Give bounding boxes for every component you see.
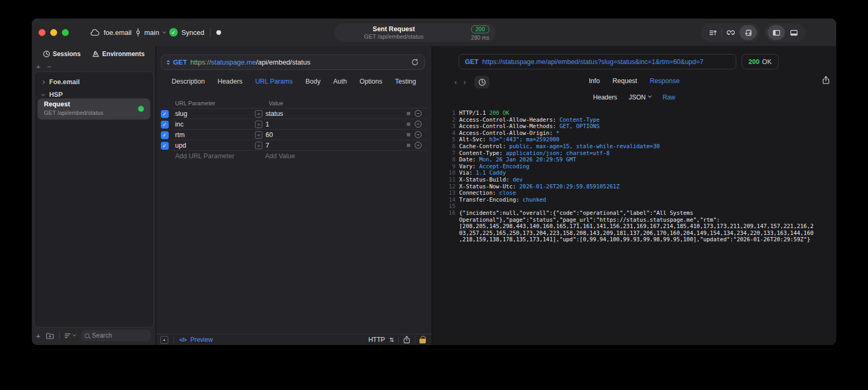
add-value-placeholder[interactable]: Add Value [265, 152, 295, 160]
tab-headers[interactable]: Headers [217, 78, 242, 85]
subtab-json[interactable]: JSON [629, 94, 651, 101]
param-menu-icon[interactable]: ≡ [406, 122, 410, 127]
collapse-panel-button[interactable]: ▲ [160, 336, 168, 344]
tab-body[interactable]: Body [305, 78, 321, 85]
protocol-selector[interactable]: HTTP [368, 336, 385, 343]
param-checkbox[interactable]: ✓ [161, 131, 169, 139]
line-number: 1 [432, 110, 459, 116]
tab-info[interactable]: Info [589, 77, 600, 85]
response-line: 2Access-Control-Allow-Headers:Content-Ty… [432, 116, 836, 123]
tab-url-params[interactable]: URL Params [255, 78, 293, 85]
search-input[interactable] [92, 332, 147, 339]
param-menu-icon[interactable]: ≡ [406, 132, 410, 138]
sessions-panel: Foe.email HSP Request GET /api/embed/sta… [34, 71, 154, 328]
project-name[interactable]: foe.email [104, 29, 132, 37]
response-url-text: https://statuspage.me/api/embed/status?s… [482, 58, 703, 66]
preview-button[interactable]: </> Preview [179, 336, 213, 343]
tab-environments[interactable]: Environments [92, 50, 144, 58]
chevron-right-icon[interactable] [41, 80, 45, 84]
branch-name[interactable]: main [144, 29, 159, 37]
toggle-sidebar-button[interactable] [768, 25, 785, 40]
tab-request[interactable]: Request [613, 77, 637, 85]
request-list-item[interactable]: Request GET /api/embed/status [38, 98, 150, 120]
param-checkbox[interactable]: ✓ [161, 142, 169, 150]
param-checkbox[interactable]: ✓ [161, 110, 169, 118]
unsaved-indicator-dot [216, 30, 221, 35]
tree-item-foe-email[interactable]: Foe.email [42, 78, 80, 86]
toggle-bottom-panel-button[interactable] [785, 25, 802, 40]
sidebar-search[interactable] [80, 330, 151, 341]
request-url[interactable]: https://statuspage.me/api/embed/status [190, 58, 310, 66]
response-json-body: {"incidents":null,"overall":{"code":"ope… [459, 210, 815, 243]
close-window-button[interactable] [39, 29, 45, 36]
response-panel: GET https://statuspage.me/api/embed/stat… [432, 46, 836, 345]
sort-options-button[interactable] [65, 332, 76, 339]
tab-testing[interactable]: Testing [395, 78, 416, 85]
tab-description[interactable]: Description [172, 78, 205, 85]
param-menu-icon[interactable]: ≡ [406, 111, 410, 116]
param-row: ✓ slug = status ≡ [157, 108, 431, 119]
param-name[interactable]: inc [175, 121, 255, 128]
param-row: ✓ upd = 7 ≡ [157, 140, 431, 151]
param-value[interactable]: 7 [266, 142, 269, 149]
tree-item-hsp[interactable]: HSP [42, 91, 63, 98]
remove-param-icon[interactable] [415, 110, 422, 117]
response-status-badge: 200 OK [742, 54, 779, 69]
raw-response-view[interactable]: 1HTTP/1.1200 OK 2Access-Control-Allow-He… [432, 110, 836, 243]
method-sort-icon[interactable] [167, 60, 170, 65]
share-icon[interactable] [403, 335, 410, 344]
param-value[interactable]: status [266, 110, 283, 117]
status-code-badge: 200 [471, 25, 489, 33]
new-folder-icon[interactable] [45, 332, 54, 340]
send-receive-button[interactable] [739, 25, 757, 40]
response-request-url[interactable]: GET https://statuspage.me/api/embed/stat… [459, 54, 736, 69]
param-name[interactable]: rtm [175, 131, 255, 139]
tab-options[interactable]: Options [360, 78, 382, 85]
param-name[interactable]: slug [175, 110, 255, 117]
cloud-icon [90, 29, 100, 37]
tab-sessions[interactable]: Sessions [43, 50, 81, 58]
subtab-headers[interactable]: Headers [593, 94, 617, 101]
import-export-button[interactable] [704, 25, 721, 40]
param-checkbox[interactable]: ✓ [161, 121, 169, 129]
sent-request-title: Sent Request [373, 25, 415, 33]
request-url-bar[interactable]: GET https://statuspage.me/api/embed/stat… [161, 55, 425, 70]
branch-chevron-down-icon[interactable] [162, 30, 166, 33]
remove-param-icon[interactable] [415, 121, 422, 128]
new-request-button[interactable]: + [36, 331, 41, 340]
subtab-raw[interactable]: Raw [663, 94, 675, 101]
request-status-pill[interactable]: Sent Request GET /api/embed/status 200 2… [334, 23, 496, 42]
export-response-icon[interactable] [822, 76, 830, 85]
add-session-button[interactable]: + [36, 62, 41, 71]
request-method[interactable]: GET [173, 58, 187, 66]
response-line: 15 [432, 203, 836, 210]
param-value[interactable]: 1 [266, 121, 269, 128]
remove-session-button[interactable]: − [47, 62, 52, 71]
equals-icon: = [255, 131, 262, 139]
lock-icon[interactable] [419, 339, 426, 343]
chevron-down-icon[interactable] [41, 92, 45, 96]
response-line: 9Vary:Accept-Encoding [432, 163, 836, 170]
zoom-window-button[interactable] [62, 29, 69, 36]
remove-param-icon[interactable] [415, 131, 422, 138]
url-params-table: URL Parameter Value ✓ slug = status ≡ ✓ … [157, 98, 431, 161]
request-duration: 280 ms [471, 34, 489, 41]
param-value[interactable]: 60 [266, 131, 273, 139]
minimize-window-button[interactable] [50, 29, 57, 36]
remove-param-icon[interactable] [415, 142, 422, 149]
param-name[interactable]: upd [175, 142, 255, 149]
tab-auth[interactable]: Auth [333, 78, 347, 85]
line-number: 11 [432, 176, 459, 183]
bottom-panel-icon [790, 29, 798, 37]
param-menu-icon[interactable]: ≡ [406, 143, 410, 148]
tab-response[interactable]: Response [650, 77, 680, 85]
add-param-placeholder[interactable]: Add URL Parameter [175, 152, 265, 160]
response-line: 6Cache-Control:public, max-age=15, stale… [432, 143, 836, 150]
response-method: GET [465, 58, 479, 66]
sidebar-left-icon [772, 29, 781, 37]
sync-loop-button[interactable] [722, 25, 739, 40]
equals-icon: = [255, 142, 262, 149]
protocol-sort-icon[interactable]: ⇅ [389, 337, 394, 343]
refresh-icon[interactable] [411, 58, 419, 66]
line-number: 15 [432, 203, 459, 210]
